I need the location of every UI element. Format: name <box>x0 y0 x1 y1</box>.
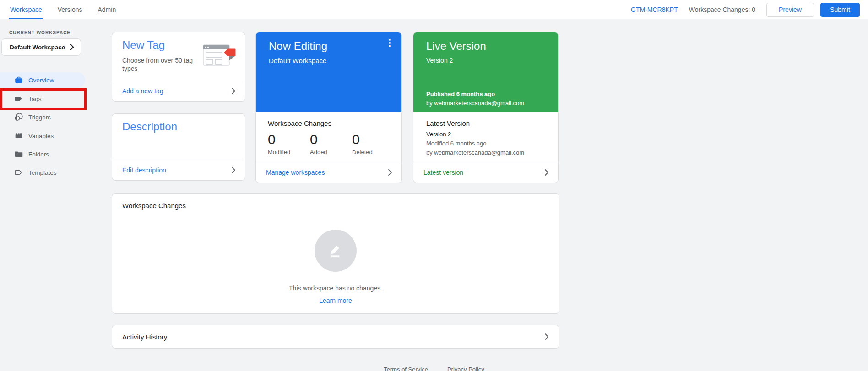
container-id-link[interactable]: GTM-MCR8KPT <box>631 6 678 13</box>
activity-history-title: Activity History <box>122 333 167 341</box>
new-tag-illustration-icon <box>203 43 236 71</box>
preview-button[interactable]: Preview <box>766 3 814 17</box>
sidebar-item-templates[interactable]: Templates <box>0 165 85 180</box>
top-tabs: Workspace Versions Admin <box>9 0 117 19</box>
variables-icon <box>14 131 24 141</box>
sidebar-item-variables-label: Variables <box>28 133 54 140</box>
tab-versions-label: Versions <box>58 6 82 13</box>
new-tag-card: New Tag Choose from over 50 tag types Ad… <box>112 32 245 102</box>
sidebar-item-overview[interactable]: Overview <box>0 72 85 88</box>
sidebar-item-overview-label: Overview <box>28 77 54 84</box>
workspace-changes-counters: 0 Modified 0 Added 0 Deleted <box>268 132 394 156</box>
counter-added-value: 0 <box>310 132 352 147</box>
sidebar-item-variables[interactable]: Variables <box>0 128 85 144</box>
counter-deleted: 0 Deleted <box>352 132 394 156</box>
edit-description-row[interactable]: Edit description <box>112 160 245 180</box>
chevron-right-icon <box>544 333 549 340</box>
tab-admin[interactable]: Admin <box>97 0 117 19</box>
folder-icon <box>14 149 24 159</box>
chevron-right-icon <box>231 88 236 94</box>
add-new-tag-label: Add a new tag <box>122 87 163 95</box>
gtm-workspace-page: Workspace Versions Admin GTM-MCR8KPT Wor… <box>0 0 868 371</box>
latest-version-body: Latest Version Version 2 Modified 6 mont… <box>413 112 558 156</box>
published-by: by webmarketerscanada@gmail.com <box>426 100 524 107</box>
published-date: Published 6 months ago <box>426 91 524 97</box>
manage-workspaces-label: Manage workspaces <box>266 169 325 176</box>
description-title: Description <box>122 120 177 133</box>
tag-icon <box>14 94 24 104</box>
kebab-menu-icon[interactable]: ⋮ <box>384 38 395 49</box>
pencil-icon <box>327 241 344 260</box>
sidebar-item-triggers-label: Triggers <box>28 114 51 121</box>
latest-version-modified-by: by webmarketerscanada@gmail.com <box>426 149 551 156</box>
tab-admin-label: Admin <box>98 6 116 13</box>
chevron-right-icon <box>388 169 392 176</box>
sidebar-item-templates-label: Templates <box>28 169 57 176</box>
now-editing-header: Now Editing Default Workspace ⋮ <box>256 32 401 112</box>
no-changes-message: This workspace has no changes. <box>289 285 382 292</box>
submit-button[interactable]: Submit <box>820 3 860 17</box>
workspace-changes-section-title: Workspace Changes <box>268 119 394 127</box>
current-workspace-label: CURRENT WORKSPACE <box>9 30 71 35</box>
tab-versions[interactable]: Versions <box>57 0 83 19</box>
content-area: CURRENT WORKSPACE Default Workspace Over… <box>0 19 868 371</box>
sidebar-item-tags[interactable]: Tags <box>0 91 85 107</box>
chevron-right-icon <box>544 169 549 176</box>
manage-workspaces-row[interactable]: Manage workspaces <box>256 162 401 183</box>
latest-version-modified: Modified 6 months ago <box>426 140 551 147</box>
add-new-tag-row[interactable]: Add a new tag <box>112 81 245 101</box>
counter-added: 0 Added <box>310 132 352 156</box>
sidebar-item-folders-label: Folders <box>28 151 49 158</box>
workspace-selector[interactable]: Default Workspace <box>1 38 81 56</box>
overview-icon <box>14 75 24 85</box>
live-version-title: Live Version <box>426 40 551 53</box>
tab-workspace-label: Workspace <box>10 6 42 13</box>
new-tag-subtitle: Choose from over 50 tag types <box>122 56 195 73</box>
sidebar-item-tags-label: Tags <box>28 96 42 102</box>
topbar-actions: GTM-MCR8KPT Workspace Changes: 0 Preview… <box>631 0 860 19</box>
empty-state: This workspace has no changes. Learn mor… <box>112 230 559 304</box>
description-card: Description Edit description <box>112 113 245 181</box>
now-editing-title: Now Editing <box>269 40 394 53</box>
tab-workspace[interactable]: Workspace <box>9 0 43 19</box>
live-version-number: Version 2 <box>426 57 551 64</box>
counter-modified-label: Modified <box>268 149 310 156</box>
latest-version-row[interactable]: Latest version <box>413 162 558 183</box>
edit-description-label: Edit description <box>122 167 166 174</box>
pencil-circle <box>315 230 357 272</box>
workspace-changes-title: Workspace Changes <box>122 202 186 210</box>
page-footer: Terms of Service Privacy Policy <box>0 366 868 371</box>
activity-history-card[interactable]: Activity History <box>112 325 559 349</box>
new-tag-title: New Tag <box>122 39 165 52</box>
counter-deleted-value: 0 <box>352 132 394 147</box>
latest-version-link: Latest version <box>423 169 463 176</box>
privacy-policy-link[interactable]: Privacy Policy <box>447 366 484 371</box>
workspace-selector-name: Default Workspace <box>10 44 65 51</box>
learn-more-link[interactable]: Learn more <box>319 297 352 304</box>
chevron-right-icon <box>70 44 74 50</box>
sidebar-item-folders[interactable]: Folders <box>0 146 85 162</box>
top-navigation-bar: Workspace Versions Admin GTM-MCR8KPT Wor… <box>0 0 868 19</box>
trigger-icon <box>14 112 24 122</box>
terms-of-service-link[interactable]: Terms of Service <box>384 366 428 371</box>
latest-version-section-title: Latest Version <box>426 119 551 127</box>
counter-modified-value: 0 <box>268 132 310 147</box>
published-info: Published 6 months ago by webmarketersca… <box>426 91 524 107</box>
workspace-changes-count: Workspace Changes: 0 <box>689 6 755 13</box>
live-version-card: Live Version Version 2 Published 6 month… <box>413 32 559 183</box>
now-editing-body: Workspace Changes 0 Modified 0 Added 0 D… <box>256 112 401 156</box>
workspace-changes-card: Workspace Changes This workspace has no … <box>112 193 559 314</box>
live-version-header: Live Version Version 2 Published 6 month… <box>413 32 558 112</box>
counter-modified: 0 Modified <box>268 132 310 156</box>
chevron-right-icon <box>231 167 236 173</box>
now-editing-workspace-name: Default Workspace <box>269 57 394 65</box>
latest-version-number: Version 2 <box>426 131 551 138</box>
counter-deleted-label: Deleted <box>352 149 394 156</box>
now-editing-card: Now Editing Default Workspace ⋮ Workspac… <box>255 32 402 183</box>
template-icon <box>14 167 24 177</box>
sidebar-item-triggers[interactable]: Triggers <box>0 109 85 125</box>
counter-added-label: Added <box>310 149 352 156</box>
